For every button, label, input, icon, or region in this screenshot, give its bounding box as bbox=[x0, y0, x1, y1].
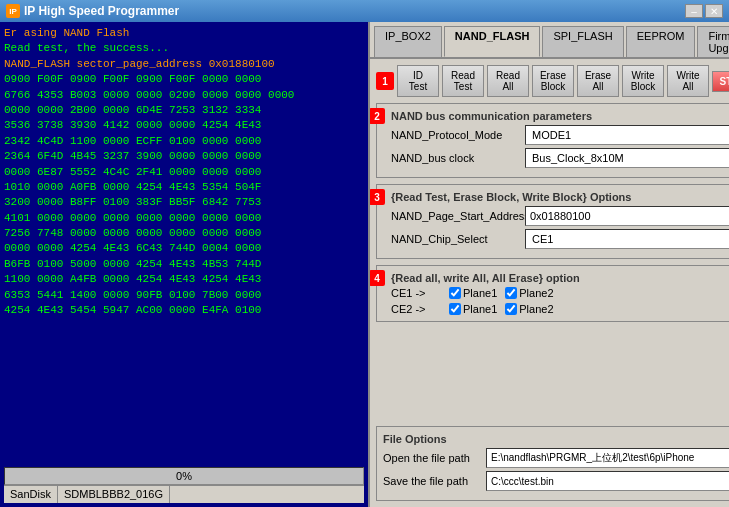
ce2-plane2-checkbox-label[interactable]: Plane2 bbox=[505, 303, 553, 315]
terminal-line: 4254 4E43 5454 5947 AC00 0000 E4FA 0100 bbox=[4, 303, 364, 318]
terminal-line: 0000 0000 4254 4E43 6C43 744D 0004 0000 bbox=[4, 241, 364, 256]
terminal-line: 1100 0000 A4FB 0000 4254 4E43 4254 4E43 bbox=[4, 272, 364, 287]
page-address-label: NAND_Page_Start_Address bbox=[391, 210, 521, 222]
ce2-plane1-checkbox-label[interactable]: Plane1 bbox=[449, 303, 497, 315]
read-all-section: 4 {Read all, write All, All Erase} optio… bbox=[376, 265, 729, 322]
nand-bus-title: NAND bus communication parameters bbox=[391, 110, 729, 122]
terminal-line: 3200 0000 B8FF 0100 383F BB5F 6842 7753 bbox=[4, 195, 364, 210]
terminal-line: 7256 7748 0000 0000 0000 0000 0000 0000 bbox=[4, 226, 364, 241]
file-options-title: File Options bbox=[383, 433, 729, 445]
terminal-output: Er asing NAND Flash Read test, the succe… bbox=[4, 26, 364, 463]
right-content: 1 ID Test Read Test Read All Erase Block… bbox=[370, 59, 729, 507]
ce1-plane1-label: Plane1 bbox=[463, 287, 497, 299]
ce2-plane2-checkbox[interactable] bbox=[505, 303, 517, 315]
open-file-input[interactable] bbox=[486, 448, 729, 468]
nand-bus-section: 2 NAND bus communication parameters NAND… bbox=[376, 103, 729, 178]
open-file-label: Open the file path bbox=[383, 452, 483, 464]
minimize-button[interactable]: – bbox=[685, 4, 703, 18]
ce-grid: CE1 -> Plane1 Plane2 CE2 -> bbox=[391, 287, 729, 315]
stop-button[interactable]: STOP bbox=[712, 71, 729, 92]
save-file-row: Save the file path ... bbox=[383, 471, 729, 491]
terminal-line: 0000 6E87 5552 4C4C 2F41 0000 0000 0000 bbox=[4, 165, 364, 180]
bus-clock-select-wrap: Bus_Clock_8x10M Bus_Clock_4x10M bbox=[525, 148, 729, 168]
action-buttons-row: 1 ID Test Read Test Read All Erase Block… bbox=[376, 65, 729, 97]
terminal-line: 0000 0000 2B00 0000 6D4E 7253 3132 3334 bbox=[4, 103, 364, 118]
terminal-line: 6353 5441 1400 0000 90FB 0100 7B00 0000 bbox=[4, 288, 364, 303]
tab-firmware-upgrade[interactable]: Firmware Upgrade bbox=[697, 26, 729, 57]
tab-eeprom[interactable]: EEPROM bbox=[626, 26, 696, 57]
ce1-plane2-label: Plane2 bbox=[519, 287, 553, 299]
progress-bar-container: 0% bbox=[4, 467, 364, 485]
ce2-plane1-label: Plane1 bbox=[463, 303, 497, 315]
protocol-mode-select[interactable]: MODE1 MODE2 bbox=[525, 125, 729, 145]
chip-select-wrap: CE1 CE2 bbox=[525, 229, 729, 249]
chip-select-row: NAND_Chip_Select CE1 CE2 bbox=[391, 229, 729, 249]
terminal-line: 0900 F00F 0900 F00F 0900 F00F 0000 0000 bbox=[4, 72, 364, 87]
terminal-line: Er asing NAND Flash bbox=[4, 26, 364, 41]
tab-spi-flash[interactable]: SPI_FLASH bbox=[542, 26, 623, 57]
progress-label: 0% bbox=[176, 470, 192, 482]
id-test-button[interactable]: ID Test bbox=[397, 65, 439, 97]
terminal-line: NAND_FLASH sector_page_address 0x0188010… bbox=[4, 57, 364, 72]
app-icon: IP bbox=[6, 4, 20, 18]
tab-nand-flash[interactable]: NAND_FLASH bbox=[444, 26, 541, 57]
write-all-button[interactable]: Write All bbox=[667, 65, 709, 97]
ce1-plane1-checkbox-label[interactable]: Plane1 bbox=[449, 287, 497, 299]
right-panel: IP_BOX2NAND_FLASHSPI_FLASHEEPROMFirmware… bbox=[368, 22, 729, 507]
main-container: Er asing NAND Flash Read test, the succe… bbox=[0, 22, 729, 507]
read-all-button[interactable]: Read All bbox=[487, 65, 529, 97]
terminal-line: 4101 0000 0000 0000 0000 0000 0000 0000 bbox=[4, 211, 364, 226]
terminal-line: 6766 4353 B003 0000 0000 0200 0000 0000 … bbox=[4, 88, 364, 103]
spacer bbox=[376, 328, 729, 420]
protocol-mode-row: NAND_Protocol_Mode MODE1 MODE2 bbox=[391, 125, 729, 145]
ce1-plane2-checkbox-label[interactable]: Plane2 bbox=[505, 287, 553, 299]
title-bar-title: IP High Speed Programmer bbox=[24, 4, 681, 18]
read-test-button[interactable]: Read Test bbox=[442, 65, 484, 97]
open-file-row: Open the file path ... bbox=[383, 448, 729, 468]
terminal-panel: Er asing NAND Flash Read test, the succe… bbox=[0, 22, 368, 507]
chip-select-select[interactable]: CE1 CE2 bbox=[525, 229, 729, 249]
tab-bar: IP_BOX2NAND_FLASHSPI_FLASHEEPROMFirmware… bbox=[370, 22, 729, 59]
bus-clock-select[interactable]: Bus_Clock_8x10M Bus_Clock_4x10M bbox=[525, 148, 729, 168]
ce2-plane2-label: Plane2 bbox=[519, 303, 553, 315]
window-controls: – ✕ bbox=[685, 4, 723, 18]
status-bar: SanDisk SDMBLBBB2_016G bbox=[4, 485, 364, 503]
tab-ip-box2[interactable]: IP_BOX2 bbox=[374, 26, 442, 57]
terminal-line: 2364 6F4D 4B45 3237 3900 0000 0000 0000 bbox=[4, 149, 364, 164]
terminal-line: 3536 3738 3930 4142 0000 0000 4254 4E43 bbox=[4, 118, 364, 133]
erase-all-button[interactable]: Erase All bbox=[577, 65, 619, 97]
app-icon-text: IP bbox=[9, 7, 17, 16]
read-test-title: {Read Test, Erase Block, Write Block} Op… bbox=[391, 191, 729, 203]
erase-block-button[interactable]: Erase Block bbox=[532, 65, 574, 97]
terminal-line: Read test, the success... bbox=[4, 41, 364, 56]
bus-clock-row: NAND_bus clock Bus_Clock_8x10M Bus_Clock… bbox=[391, 148, 729, 168]
ce1-plane1-checkbox[interactable] bbox=[449, 287, 461, 299]
ce2-label: CE2 -> bbox=[391, 303, 441, 315]
bus-clock-label: NAND_bus clock bbox=[391, 152, 521, 164]
write-block-button[interactable]: Write Block bbox=[622, 65, 664, 97]
status-model: SDMBLBBB2_016G bbox=[58, 486, 170, 503]
nand-bus-num: 2 bbox=[370, 108, 385, 124]
terminal-line: 2342 4C4D 1100 0000 ECFF 0100 0000 0000 bbox=[4, 134, 364, 149]
title-bar: IP IP High Speed Programmer – ✕ bbox=[0, 0, 729, 22]
ce1-plane2-checkbox[interactable] bbox=[505, 287, 517, 299]
protocol-mode-select-wrap: MODE1 MODE2 bbox=[525, 125, 729, 145]
ce1-label: CE1 -> bbox=[391, 287, 441, 299]
action-num-badge: 1 bbox=[376, 72, 394, 90]
terminal-line: B6FB 0100 5000 0000 4254 4E43 4B53 744D bbox=[4, 257, 364, 272]
ce1-row: CE1 -> Plane1 Plane2 bbox=[391, 287, 729, 299]
page-address-row: NAND_Page_Start_Address bbox=[391, 206, 729, 226]
ce2-plane1-checkbox[interactable] bbox=[449, 303, 461, 315]
save-file-input[interactable] bbox=[486, 471, 729, 491]
close-button[interactable]: ✕ bbox=[705, 4, 723, 18]
file-options-section: File Options Open the file path ... Save… bbox=[376, 426, 729, 501]
status-brand: SanDisk bbox=[4, 486, 58, 503]
protocol-mode-label: NAND_Protocol_Mode bbox=[391, 129, 521, 141]
read-all-title: {Read all, write All, All Erase} option bbox=[391, 272, 729, 284]
page-address-input[interactable] bbox=[525, 206, 729, 226]
save-file-label: Save the file path bbox=[383, 475, 483, 487]
read-test-num: 3 bbox=[370, 189, 385, 205]
ce2-row: CE2 -> Plane1 Plane2 bbox=[391, 303, 729, 315]
terminal-line: 1010 0000 A0FB 0000 4254 4E43 5354 504F bbox=[4, 180, 364, 195]
read-all-num: 4 bbox=[370, 270, 385, 286]
